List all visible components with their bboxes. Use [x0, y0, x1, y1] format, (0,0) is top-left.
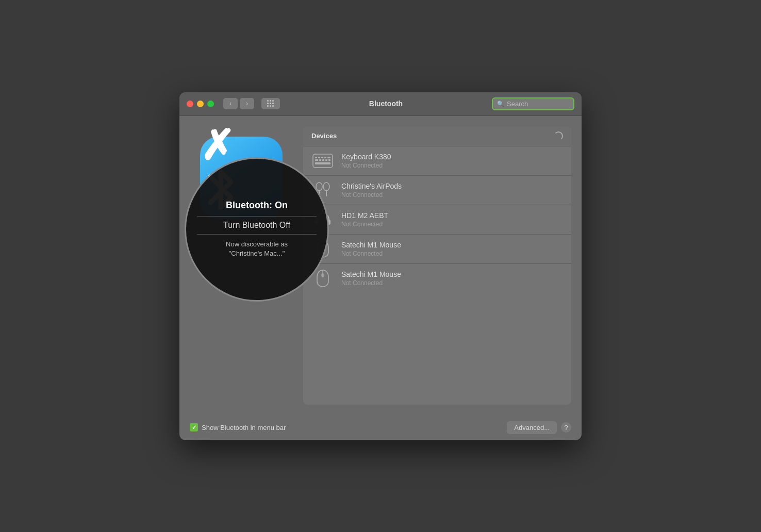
device-name-mouse-1: Satechi M1 Mouse [341, 241, 401, 249]
device-status-headphones: Not Connected [341, 221, 388, 228]
maximize-button[interactable] [207, 101, 214, 107]
main-window: ‹ › Bluetooth 🔍 ✗ [179, 92, 582, 440]
window-title: Bluetooth [285, 99, 487, 108]
svg-rect-7 [319, 159, 321, 161]
advanced-button[interactable]: Advanced... [507, 421, 557, 434]
popup-discoverable-text: Now discoverable as "Christine's Mac..." [210, 240, 303, 258]
left-panel: ✗ Bluetooth: On Turn Bluetooth Off Now d… [190, 126, 293, 405]
svg-rect-1 [315, 157, 317, 158]
close-button[interactable] [187, 101, 193, 107]
device-item-headphones[interactable]: HD1 M2 AEBT Not Connected [303, 205, 571, 235]
svg-rect-6 [315, 159, 318, 161]
bluetooth-popup: Bluetooth: On Turn Bluetooth Off Now dis… [185, 157, 329, 302]
svg-rect-11 [315, 162, 330, 164]
forward-button[interactable]: › [240, 98, 254, 109]
main-content: ✗ Bluetooth: On Turn Bluetooth Off Now d… [179, 116, 582, 415]
bottom-bar: ✓ Show Bluetooth in menu bar Advanced...… [179, 415, 582, 440]
svg-rect-9 [325, 159, 327, 161]
device-status-mouse-2: Not Connected [341, 279, 401, 287]
devices-panel: Devices [303, 126, 571, 405]
back-button[interactable]: ‹ [223, 98, 238, 109]
show-menubar-checkbox[interactable]: ✓ Show Bluetooth in menu bar [190, 423, 286, 431]
svg-rect-2 [318, 157, 320, 158]
device-item-keyboard[interactable]: Keyboard K380 Not Connected [303, 146, 571, 176]
checkbox-checked-icon: ✓ [190, 423, 198, 431]
device-info-headphones: HD1 M2 AEBT Not Connected [341, 211, 388, 228]
device-item-mouse-1[interactable]: Satechi M1 Mouse Not Connected [303, 235, 571, 264]
right-panel: Devices [303, 126, 571, 405]
search-bar[interactable]: 🔍 [492, 97, 574, 110]
devices-header: Devices [303, 126, 571, 146]
device-item-airpods[interactable]: Christine's AirPods Not Connected [303, 176, 571, 205]
device-item-mouse-2[interactable]: Satechi M1 Mouse Not Connected [303, 264, 571, 293]
device-status-keyboard: Not Connected [341, 162, 391, 169]
svg-point-14 [323, 182, 329, 191]
devices-section-title: Devices [311, 132, 337, 140]
back-icon: ‹ [229, 100, 231, 107]
show-menubar-label: Show Bluetooth in menu bar [202, 424, 286, 431]
svg-rect-4 [324, 157, 326, 158]
grid-icon [267, 100, 274, 107]
help-button[interactable]: ? [561, 422, 571, 433]
device-info-keyboard: Keyboard K380 Not Connected [341, 153, 391, 169]
svg-rect-8 [322, 159, 324, 161]
keyboard-device-icon [311, 152, 334, 170]
device-name-headphones: HD1 M2 AEBT [341, 211, 388, 220]
device-status-mouse-1: Not Connected [341, 250, 401, 257]
popup-divider-2 [197, 234, 317, 235]
device-info-mouse-1: Satechi M1 Mouse Not Connected [341, 241, 401, 257]
bottom-actions: Advanced... ? [507, 421, 571, 434]
device-info-mouse-2: Satechi M1 Mouse Not Connected [341, 270, 401, 287]
device-status-airpods: Not Connected [341, 191, 402, 198]
device-name-keyboard: Keyboard K380 [341, 153, 391, 161]
svg-point-21 [321, 273, 324, 277]
svg-rect-3 [321, 157, 323, 158]
grid-view-button[interactable] [261, 98, 280, 109]
search-icon: 🔍 [497, 101, 504, 107]
loading-spinner [554, 131, 563, 141]
traffic-lights [187, 101, 214, 107]
svg-rect-10 [328, 159, 330, 161]
device-name-mouse-2: Satechi M1 Mouse [341, 270, 401, 278]
device-name-airpods: Christine's AirPods [341, 182, 402, 190]
titlebar: ‹ › Bluetooth 🔍 [179, 92, 582, 116]
forward-icon: › [246, 100, 248, 107]
popup-divider [197, 216, 317, 217]
popup-status: Bluetooth: On [226, 200, 288, 211]
nav-buttons: ‹ › [223, 98, 254, 109]
search-input[interactable] [507, 100, 569, 108]
minimize-button[interactable] [197, 101, 204, 107]
turn-bluetooth-off-button[interactable]: Turn Bluetooth Off [223, 219, 290, 232]
svg-rect-5 [327, 157, 330, 158]
device-info-airpods: Christine's AirPods Not Connected [341, 182, 402, 198]
